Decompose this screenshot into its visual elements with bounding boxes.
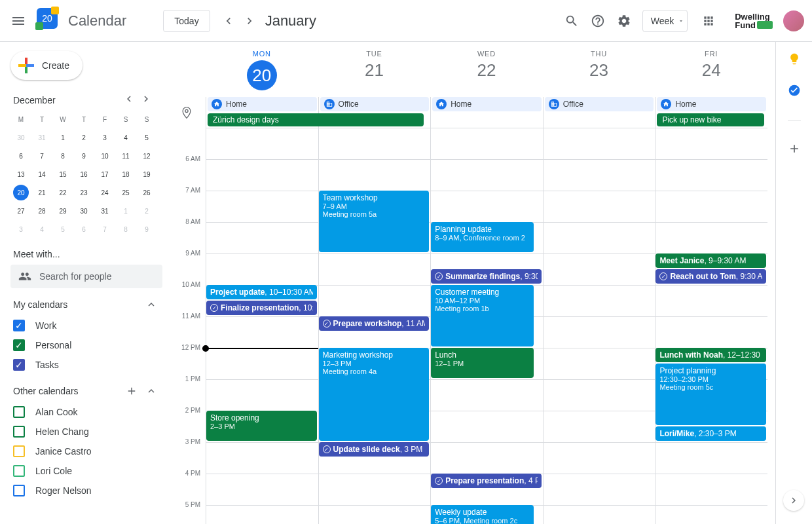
next-week-button[interactable] [239, 10, 260, 31]
search-button[interactable] [559, 8, 585, 34]
calendar-item[interactable]: Alan Cook [10, 402, 162, 422]
mini-day-cell[interactable]: 15 [52, 165, 73, 183]
mini-day-cell[interactable]: 12 [136, 147, 157, 165]
mini-day-cell[interactable]: 20 [10, 183, 31, 202]
calendar-event[interactable]: Weekly update5–6 PM, Meeting room 2c [431, 505, 534, 524]
mini-day-cell[interactable]: 27 [10, 202, 31, 220]
day-column[interactable]: Project update, 10–10:30 AM✓Finalize pre… [206, 128, 318, 524]
mini-day-cell[interactable]: 11 [115, 147, 136, 165]
mini-day-cell[interactable]: 2 [136, 202, 157, 220]
mini-day-cell[interactable]: 6 [73, 220, 94, 238]
calendar-checkbox[interactable]: ✓ [13, 339, 25, 351]
day-column[interactable] [543, 128, 655, 524]
mini-day-cell[interactable]: 1 [115, 202, 136, 220]
today-button[interactable]: Today [163, 10, 210, 32]
mini-day-cell[interactable]: 9 [136, 220, 157, 238]
view-selector[interactable]: Week [642, 10, 688, 32]
calendar-item[interactable]: Roger Nelson [10, 481, 162, 500]
mini-day-cell[interactable]: 5 [136, 128, 157, 147]
calendar-event[interactable]: Team workshop7–9 AMMeeting room 5a [319, 191, 430, 252]
mini-day-cell[interactable]: 21 [31, 183, 52, 202]
add-calendar-icon[interactable] [126, 385, 138, 397]
calendar-checkbox[interactable] [13, 465, 25, 477]
allday-event[interactable]: Zürich design days [208, 113, 424, 126]
calendar-item[interactable]: Helen Chang [10, 422, 162, 441]
calendar-event[interactable]: Lunch12–1 PM [431, 348, 534, 378]
mini-day-cell[interactable]: 19 [136, 165, 157, 183]
apps-button[interactable] [695, 8, 722, 34]
mini-day-cell[interactable]: 30 [10, 128, 31, 147]
mini-day-cell[interactable]: 22 [52, 183, 73, 202]
tasks-icon[interactable] [788, 84, 801, 100]
mini-day-cell[interactable]: 31 [31, 128, 52, 147]
mini-day-cell[interactable]: 24 [94, 183, 115, 202]
task-event[interactable]: ✓Reach out to Tom, 9:30 AM [655, 269, 766, 284]
calendar-checkbox[interactable] [13, 445, 25, 457]
calendar-event[interactable]: Project update, 10–10:30 AM [206, 285, 317, 299]
calendar-item[interactable]: Lori Cole [10, 461, 162, 481]
my-calendars-title[interactable]: My calendars [13, 299, 162, 310]
calendar-checkbox[interactable]: ✓ [13, 359, 25, 371]
mini-day-cell[interactable]: 7 [31, 147, 52, 165]
calendar-checkbox[interactable]: ✓ [13, 320, 25, 331]
add-addon-button[interactable] [788, 142, 801, 158]
account-avatar[interactable] [783, 10, 804, 31]
create-button[interactable]: Create [10, 51, 83, 80]
mini-day-cell[interactable]: 8 [115, 220, 136, 238]
calendar-event[interactable]: Planning update8–9 AM, Conference room 2 [431, 222, 534, 252]
mini-day-cell[interactable]: 31 [94, 202, 115, 220]
location-chip[interactable]: Home [657, 97, 766, 111]
calendar-checkbox[interactable] [13, 485, 25, 496]
calendar-checkbox[interactable] [13, 406, 25, 418]
mini-day-cell[interactable]: 4 [115, 128, 136, 147]
calendar-event[interactable]: Project planning12:30–2:30 PMMeeting roo… [655, 364, 766, 425]
app-logo[interactable]: 20 Calendar [37, 8, 126, 34]
task-event[interactable]: ✓Prepare workshop, 11 AM [319, 316, 430, 331]
calendar-event[interactable]: Store opening2–3 PM [206, 411, 317, 441]
task-event[interactable]: ✓Finalize presentation, 10:30 AM [206, 301, 317, 315]
allday-event[interactable]: Pick up new bike [657, 113, 764, 126]
day-header[interactable]: TUE21 [318, 42, 431, 90]
settings-button[interactable] [611, 8, 637, 34]
mini-day-cell[interactable]: 10 [94, 147, 115, 165]
mini-day-cell[interactable]: 18 [115, 165, 136, 183]
mini-day-cell[interactable]: 5 [52, 220, 73, 238]
expand-panel-button[interactable] [783, 490, 804, 511]
task-event[interactable]: ✓Update slide deck, 3 PM [319, 442, 430, 457]
location-chip[interactable]: Home [432, 97, 542, 111]
mini-day-cell[interactable]: 28 [31, 202, 52, 220]
mini-day-cell[interactable]: 23 [73, 183, 94, 202]
mini-day-cell[interactable]: 17 [94, 165, 115, 183]
mini-day-cell[interactable]: 25 [115, 183, 136, 202]
day-header[interactable]: THU23 [543, 42, 655, 90]
other-calendars-title[interactable]: Other calendars [13, 385, 162, 397]
day-header[interactable]: FRI24 [655, 42, 767, 90]
day-column[interactable]: Meet Janice, 9–9:30 AM✓Reach out to Tom,… [655, 128, 767, 524]
mini-next-button[interactable] [140, 93, 152, 107]
mini-day-cell[interactable]: 4 [31, 220, 52, 238]
task-event[interactable]: ✓Prepare presentation, 4 PM [431, 474, 542, 488]
mini-day-cell[interactable]: 3 [94, 128, 115, 147]
mini-day-cell[interactable]: 14 [31, 165, 52, 183]
day-header[interactable]: MON20 [206, 42, 318, 90]
calendar-item[interactable]: ✓Work [10, 316, 162, 335]
location-chip[interactable]: Office [545, 97, 654, 111]
prev-week-button[interactable] [218, 10, 239, 31]
mini-day-cell[interactable]: 3 [10, 220, 31, 238]
calendar-event[interactable]: Marketing workshop12–3 PMMeeting room 4a [319, 348, 430, 441]
mini-day-cell[interactable]: 13 [10, 165, 31, 183]
calendar-checkbox[interactable] [13, 426, 25, 438]
mini-day-cell[interactable]: 7 [94, 220, 115, 238]
task-event[interactable]: ✓Summarize findings, 9:30 AM [431, 269, 542, 284]
calendar-event[interactable]: Lunch with Noah, 12–12:30 PM [655, 348, 766, 362]
location-chip[interactable]: Office [320, 97, 430, 111]
mini-day-cell[interactable]: 1 [52, 128, 73, 147]
mini-day-cell[interactable]: 30 [73, 202, 94, 220]
mini-prev-button[interactable] [123, 93, 135, 107]
day-column[interactable]: Planning update8–9 AM, Conference room 2… [430, 128, 543, 524]
mini-day-cell[interactable]: 8 [52, 147, 73, 165]
mini-day-cell[interactable]: 6 [10, 147, 31, 165]
mini-day-cell[interactable]: 26 [136, 183, 157, 202]
search-people-input[interactable]: Search for people [10, 265, 162, 288]
calendar-item[interactable]: Janice Castro [10, 441, 162, 461]
